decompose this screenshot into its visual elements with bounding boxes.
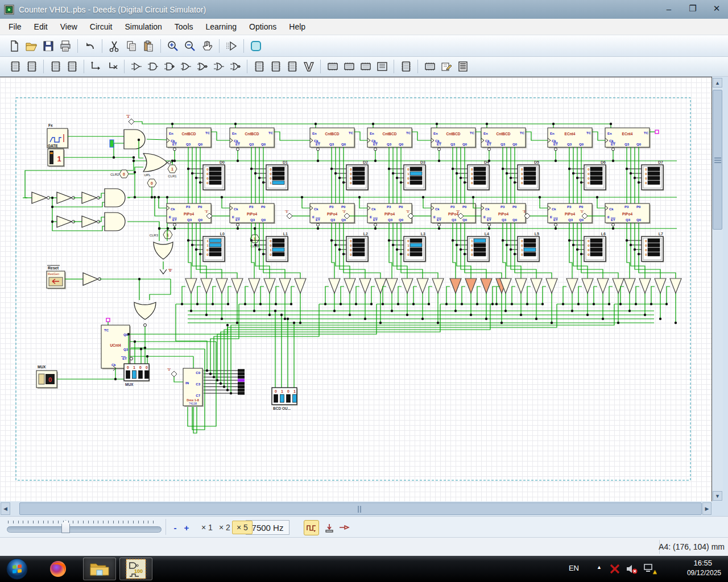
taskbar-clock-date[interactable]: 09/12/2025 (687, 569, 721, 577)
menu-tools[interactable]: Tools (168, 20, 200, 34)
zoom-in-button[interactable] (164, 38, 181, 54)
ic-small-button[interactable] (251, 59, 267, 74)
svg-text:Ck: Ck (371, 207, 376, 211)
gate-and-icon (147, 60, 159, 73)
svg-text:PiPo4: PiPo4 (565, 212, 575, 216)
gate-and-button[interactable] (144, 59, 161, 74)
rom-wide-button[interactable] (341, 59, 357, 74)
ic-properties-button[interactable] (438, 59, 454, 74)
speed-minus-button[interactable]: - (169, 521, 181, 534)
svg-text:PiPo4: PiPo4 (498, 212, 508, 216)
taskbar-firefox-button[interactable] (44, 558, 72, 580)
components-toolbar (0, 57, 728, 77)
menu-edit[interactable]: Edit (28, 20, 54, 34)
horizontal-scrollbar[interactable]: ◀ ▶ (0, 501, 712, 516)
speed-plus-button[interactable]: + (181, 521, 192, 534)
horizontal-scroll-thumb[interactable] (19, 502, 702, 515)
ic-flip-button[interactable] (267, 59, 284, 74)
vhdl-block-button[interactable] (300, 59, 317, 74)
menu-help[interactable]: Help (283, 20, 312, 34)
pan-hand-button[interactable] (198, 38, 216, 54)
zoom-out-button[interactable] (181, 38, 198, 54)
language-indicator[interactable]: EN (569, 564, 579, 572)
copy-button[interactable] (123, 38, 140, 54)
vertical-scroll-thumb[interactable] (713, 90, 722, 230)
gate-xor-button[interactable] (210, 59, 227, 74)
svg-text:TC: TC (470, 131, 475, 135)
taskbar-explorer-button[interactable] (83, 558, 116, 580)
speed-slider[interactable] (7, 526, 162, 533)
svg-text:MUX: MUX (125, 383, 134, 386)
vertical-scrollbar[interactable]: ▲ ▼ (712, 77, 723, 501)
rom-wide-2-button[interactable] (357, 59, 374, 74)
ic-new-button[interactable] (421, 59, 438, 74)
menu-view[interactable]: View (54, 20, 84, 34)
svg-text:0: 0 (151, 181, 153, 185)
open-file-button[interactable] (23, 38, 40, 54)
taskbar-clock-time[interactable]: 16:55 (693, 559, 712, 567)
gate-nand-button[interactable] (161, 59, 177, 74)
menu-file[interactable]: File (2, 20, 28, 34)
undo-button[interactable] (81, 38, 98, 54)
menu-simulation[interactable]: Simulation (118, 20, 168, 34)
menu-circuit[interactable]: Circuit (84, 20, 119, 34)
scroll-up-button[interactable]: ▲ (713, 78, 722, 88)
delete-wire-button[interactable] (104, 59, 121, 74)
timing-diagram-button[interactable] (304, 520, 319, 535)
taskbar-deeds-button[interactable]: 100 (119, 558, 152, 580)
new-file-button[interactable] (6, 38, 23, 54)
circuit-ic-a-button[interactable] (7, 59, 23, 74)
gate-or-button[interactable] (177, 59, 194, 74)
simulation-window-button[interactable] (247, 38, 264, 54)
svg-text:TC: TC (349, 131, 354, 135)
print-button[interactable] (57, 38, 74, 54)
start-button[interactable] (3, 558, 31, 580)
svg-text:PiPo4: PiPo4 (247, 212, 257, 216)
ic-dense-button[interactable] (284, 59, 300, 74)
svg-text:Q3: Q3 (500, 143, 506, 146)
svg-text:C3: C3 (196, 383, 200, 386)
svg-text:D7: D7 (658, 160, 663, 164)
cut-button[interactable] (106, 38, 123, 54)
close-button[interactable]: ✕ (709, 2, 725, 15)
new-file-icon (8, 40, 20, 52)
memory-list-button[interactable] (454, 59, 471, 74)
draw-wire-button[interactable] (88, 59, 104, 74)
svg-text:Q0: Q0 (261, 218, 266, 222)
menu-learning[interactable]: Learning (200, 20, 243, 34)
speaker-muted-icon[interactable] (624, 558, 639, 580)
run-simulation-button[interactable] (223, 38, 240, 54)
svg-text:En: En (607, 132, 612, 135)
rom-view-button[interactable] (374, 59, 390, 74)
toolbar-separator (124, 60, 125, 73)
svg-text:Q3: Q3 (330, 218, 336, 222)
export-timing-button[interactable] (321, 520, 337, 535)
gate-buffer-button[interactable] (128, 59, 144, 74)
menu-options[interactable]: Options (243, 20, 283, 34)
scroll-right-button[interactable]: ▶ (702, 502, 712, 515)
network-warning-icon[interactable] (642, 558, 659, 580)
paste-button[interactable] (140, 38, 157, 54)
scroll-down-button[interactable]: ▼ (713, 491, 722, 501)
circuit-ic-c-button[interactable] (47, 59, 64, 74)
svg-text:UCnt4: UCnt4 (110, 343, 121, 347)
save-file-button[interactable] (40, 38, 57, 54)
speed-×5[interactable]: × 5 (232, 521, 253, 534)
svg-text:Q3: Q3 (452, 218, 457, 222)
gate-nor-button[interactable] (194, 59, 210, 74)
scroll-left-button[interactable]: ◀ (1, 502, 10, 515)
schematic-canvas[interactable]: '1'FxGATE10CLR21CLR1UPL01CLR31CLR2'0'Res… (0, 77, 712, 501)
svg-text:P3: P3 (329, 205, 334, 209)
circuit-ic-d-button[interactable] (64, 59, 80, 74)
step-hand-button[interactable] (337, 520, 352, 535)
stop-red-x-icon[interactable] (607, 558, 622, 580)
memory-list-icon (457, 60, 469, 73)
minimize-button[interactable]: – (661, 2, 677, 15)
svg-text:Q0: Q0 (636, 143, 642, 146)
gate-xnor-button[interactable] (227, 59, 243, 74)
tray-expand-icon[interactable]: ▲ (597, 564, 602, 570)
maximize-button[interactable]: ❐ (685, 2, 701, 15)
circuit-ic-b-button[interactable] (23, 59, 40, 74)
ic-large-button[interactable] (398, 59, 414, 74)
ic-ram-button[interactable] (324, 59, 341, 74)
